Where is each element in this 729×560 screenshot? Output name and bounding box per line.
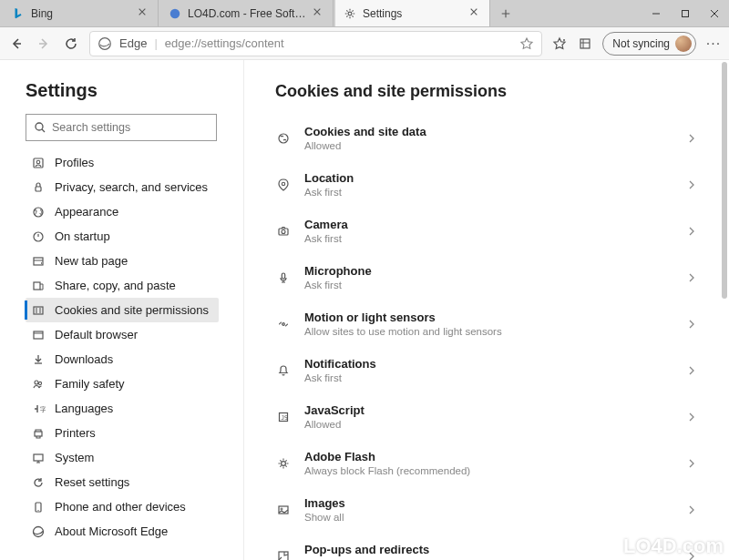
sidebar-item-profiles[interactable]: Profiles <box>26 150 219 175</box>
languages-icon: 字 <box>31 402 46 416</box>
sidebar-item-about[interactable]: About Microsoft Edge <box>26 519 219 544</box>
svg-point-1 <box>348 12 352 15</box>
tab-strip: Bing LO4D.com - Free Software Down… Sett… <box>0 0 642 26</box>
permission-text: NotificationsAsk first <box>304 357 687 383</box>
sidebar-item-label: Appearance <box>55 205 118 219</box>
sidebar-item-label: About Microsoft Edge <box>55 524 168 538</box>
notifications-icon <box>275 362 292 379</box>
sidebar-item-privacy[interactable]: Privacy, search, and services <box>26 175 219 199</box>
tab-bing[interactable]: Bing <box>4 0 159 26</box>
sidebar-item-label: Phone and other devices <box>55 500 186 514</box>
permission-flash[interactable]: Adobe FlashAlways block Flash (recommend… <box>275 443 703 484</box>
refresh-button[interactable] <box>62 35 80 53</box>
close-button[interactable] <box>700 0 729 26</box>
permission-title: Cookies and site data <box>304 125 687 138</box>
tab-title: Settings <box>363 7 466 20</box>
sidebar-item-appearance[interactable]: Appearance <box>26 199 219 224</box>
permission-status: Ask first <box>304 372 687 383</box>
favorite-icon[interactable] <box>519 36 534 51</box>
sidebar-item-system[interactable]: System <box>26 445 219 470</box>
appearance-icon <box>31 205 46 219</box>
permission-title: Camera <box>304 218 687 231</box>
permission-text: Motion or light sensorsAllow sites to us… <box>304 311 687 337</box>
sidebar-item-printers[interactable]: Printers <box>26 421 219 445</box>
page-title: Settings <box>26 80 231 101</box>
sidebar-item-new-tab[interactable]: New tab page <box>26 249 219 273</box>
permission-camera[interactable]: CameraAsk first <box>275 210 703 251</box>
collections-icon[interactable] <box>577 36 593 52</box>
permission-popups[interactable]: Pop-ups and redirectsBlocked <box>275 535 703 560</box>
sync-label: Not syncing <box>612 37 670 50</box>
profile-sync-button[interactable]: Not syncing <box>602 32 696 56</box>
sidebar-item-default-browser[interactable]: Default browser <box>26 322 219 347</box>
titlebar: Bing LO4D.com - Free Software Down… Sett… <box>0 0 729 27</box>
permission-title: JavaScript <box>304 403 687 417</box>
permission-location[interactable]: LocationAsk first <box>275 164 703 205</box>
svg-point-30 <box>282 461 286 465</box>
permission-notifications[interactable]: NotificationsAsk first <box>275 350 703 391</box>
svg-point-16 <box>38 382 41 384</box>
permission-text: ImagesShow all <box>304 496 687 523</box>
permission-title: Motion or light sensors <box>304 311 687 324</box>
permission-status: Ask first <box>304 187 687 198</box>
sidebar-item-startup[interactable]: On startup <box>26 224 219 249</box>
svg-point-25 <box>282 229 285 233</box>
permission-status: Always block Flash (recommended) <box>304 465 687 476</box>
cookies-icon <box>275 130 292 147</box>
permission-motion-sensors[interactable]: Motion or light sensorsAllow sites to us… <box>275 303 703 344</box>
sidebar-item-label: Printers <box>55 426 96 440</box>
permission-text: MicrophoneAsk first <box>304 264 687 290</box>
sidebar-item-phone[interactable]: Phone and other devices <box>26 494 219 519</box>
svg-point-7 <box>36 160 40 164</box>
tab-lo4d[interactable]: LO4D.com - Free Software Down… <box>160 0 334 26</box>
startup-icon <box>31 229 46 244</box>
search-input[interactable] <box>52 121 209 134</box>
svg-point-22 <box>279 134 288 143</box>
svg-rect-12 <box>34 282 40 290</box>
permission-title: Microphone <box>304 264 687 278</box>
permission-microphone[interactable]: MicrophoneAsk first <box>275 257 703 298</box>
permission-cookies[interactable]: Cookies and site dataAllowed <box>275 117 703 158</box>
permission-text: CameraAsk first <box>304 218 687 244</box>
permission-images[interactable]: ImagesShow all <box>275 489 703 530</box>
chevron-right-icon <box>687 320 696 329</box>
svg-rect-26 <box>282 273 284 279</box>
back-button[interactable] <box>7 35 26 53</box>
edge-icon <box>98 36 112 51</box>
minimize-button[interactable] <box>642 0 671 26</box>
main: Settings ProfilesPrivacy, search, and se… <box>0 60 729 560</box>
sidebar-item-languages[interactable]: 字Languages <box>26 396 219 421</box>
maximize-button[interactable] <box>671 0 700 26</box>
chevron-right-icon <box>687 412 696 422</box>
sidebar-item-cookies[interactable]: Cookies and site permissions <box>26 298 219 322</box>
tab-settings[interactable]: Settings <box>335 0 490 26</box>
microphone-icon <box>275 270 292 286</box>
phone-icon <box>31 500 46 514</box>
permission-title: Images <box>304 496 687 510</box>
content-heading: Cookies and site permissions <box>275 82 703 101</box>
sidebar-item-share[interactable]: Share, copy, and paste <box>26 273 219 298</box>
search-settings[interactable] <box>26 114 217 141</box>
sidebar-item-reset[interactable]: Reset settings <box>26 470 219 494</box>
default-browser-icon <box>31 328 46 342</box>
svg-point-5 <box>36 123 43 130</box>
svg-rect-14 <box>34 331 43 339</box>
new-tab-button[interactable] <box>492 0 519 26</box>
sidebar-item-downloads[interactable]: Downloads <box>26 347 219 372</box>
chevron-right-icon <box>687 552 696 561</box>
more-menu-button[interactable]: ··· <box>705 36 722 52</box>
svg-point-23 <box>282 182 284 185</box>
permission-javascript[interactable]: JSJavaScriptAllowed <box>275 396 703 437</box>
address-bar[interactable]: Edge | edge://settings/content <box>89 31 542 56</box>
favorites-icon[interactable] <box>551 36 568 52</box>
close-icon[interactable] <box>138 7 150 20</box>
forward-button[interactable] <box>35 35 53 53</box>
sidebar-item-family[interactable]: Family safety <box>26 372 219 396</box>
camera-icon <box>275 223 292 239</box>
search-icon <box>34 121 46 134</box>
permission-status: Ask first <box>304 280 687 290</box>
content-area: Cookies and site permissions Cookies and… <box>244 60 729 560</box>
close-icon[interactable] <box>313 7 325 20</box>
close-icon[interactable] <box>469 7 482 20</box>
scrollbar[interactable] <box>722 62 727 299</box>
